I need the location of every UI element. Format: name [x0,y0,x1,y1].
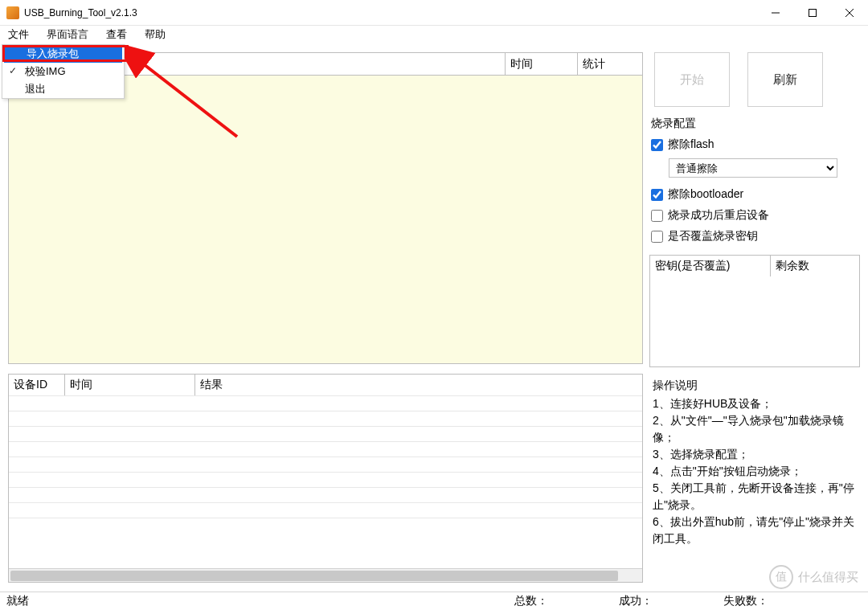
table-row [9,395,642,411]
file-menu-dropdown: 导入烧录包 ✓ 校验IMG 退出 [2,44,125,99]
upper-header-time[interactable]: 时间 [506,53,578,75]
table-row [9,426,642,441]
erase-bootloader-checkbox[interactable] [651,189,663,201]
table-row [9,456,642,472]
erase-flash-row[interactable]: 擦除flash [651,137,858,152]
instruction-line: 4、点击"开始"按钮启动烧录； [653,463,857,480]
menubar: 文件 界面语言 查看 帮助 [0,26,868,43]
table-row [9,487,642,502]
key-table-header-key[interactable]: 密钥(是否覆盖) [650,256,771,276]
upper-grid-body [9,76,642,363]
maximize-button[interactable] [794,0,831,26]
overwrite-key-row[interactable]: 是否覆盖烧录密钥 [651,229,858,244]
app-icon [6,6,19,19]
status-success: 成功： [619,594,653,608]
menu-verify-label: 校验IMG [25,64,66,79]
refresh-button-label: 刷新 [773,72,797,88]
overwrite-key-label: 是否覆盖烧录密钥 [668,229,758,244]
overwrite-key-checkbox[interactable] [651,231,663,243]
erase-bootloader-row[interactable]: 擦除bootloader [651,187,858,202]
menu-help[interactable]: 帮助 [141,26,169,43]
log-header-result[interactable]: 结果 [195,375,642,395]
log-header-time[interactable]: 时间 [65,375,195,395]
erase-flash-label: 擦除flash [668,137,714,152]
svg-rect-1 [809,9,817,16]
erase-flash-checkbox[interactable] [651,139,663,151]
status-total: 总数： [514,594,548,608]
device-status-grid: 时间 统计 [8,52,643,364]
menu-import-package[interactable]: 导入烧录包 [4,45,122,63]
menu-view[interactable]: 查看 [103,26,130,43]
instruction-line: 6、拔出外置hub前，请先"停止"烧录并关闭工具。 [653,514,857,547]
upper-header-stat[interactable]: 统计 [578,53,642,75]
reboot-after-checkbox[interactable] [651,210,663,222]
log-body [9,395,642,568]
table-row [9,518,642,533]
status-fail: 失败数： [723,594,768,608]
window-titlebar: USB_Burning_Tool_v2.1.3 [0,0,868,26]
burn-config-title: 烧录配置 [651,117,858,131]
instruction-line: 5、关闭工具前，先断开设备连接，再"停止"烧录。 [653,480,857,514]
reboot-after-label: 烧录成功后重启设备 [668,208,769,223]
burn-config-panel: 烧录配置 擦除flash 普通擦除 擦除bootloader 烧录成功后重启设备 [649,117,860,245]
close-button[interactable] [831,0,868,26]
erase-bootloader-label: 擦除bootloader [668,187,743,202]
statusbar: 就绪 总数： 成功： 失败数： [0,592,868,610]
start-button-label: 开始 [680,72,704,88]
table-row [9,502,642,518]
log-horizontal-scrollbar[interactable] [9,568,642,582]
erase-mode-select[interactable]: 普通擦除 [669,158,837,178]
instruction-line: 2、从"文件"—"导入烧录包"加载烧录镜像； [653,412,857,446]
reboot-after-row[interactable]: 烧录成功后重启设备 [651,208,858,223]
instructions-title: 操作说明 [653,377,857,394]
key-table: 密钥(是否覆盖) 剩余数 [649,255,860,367]
menu-language[interactable]: 界面语言 [43,26,92,43]
start-button[interactable]: 开始 [654,52,730,107]
menu-import-label: 导入烧录包 [27,47,79,61]
status-ready: 就绪 [6,594,29,608]
check-icon: ✓ [9,65,17,76]
table-row [9,411,642,426]
instruction-line: 1、连接好HUB及设备； [653,395,857,412]
refresh-button[interactable]: 刷新 [747,52,823,107]
menu-verify-img[interactable]: ✓ 校验IMG [2,63,124,80]
menu-file[interactable]: 文件 [5,26,32,43]
minimize-button[interactable] [757,0,794,26]
scrollbar-thumb[interactable] [10,571,618,581]
table-row [9,441,642,456]
log-grid: 设备ID 时间 结果 [8,374,643,583]
menu-exit-label: 退出 [25,82,46,96]
window-title: USB_Burning_Tool_v2.1.3 [24,7,137,18]
log-header-device-id[interactable]: 设备ID [9,375,65,395]
table-row [9,472,642,487]
instruction-line: 3、选择烧录配置； [653,446,857,463]
menu-exit[interactable]: 退出 [2,80,124,98]
key-table-header-remain[interactable]: 剩余数 [771,256,859,276]
instructions-panel: 操作说明 1、连接好HUB及设备； 2、从"文件"—"导入烧录包"加载烧录镜像；… [649,377,860,547]
